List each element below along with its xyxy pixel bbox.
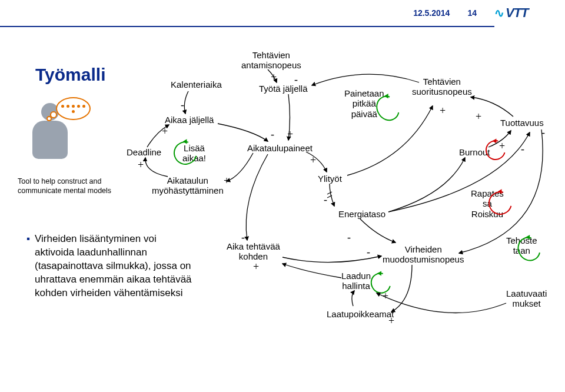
sign-plus: + [388,315,394,327]
sign-minus: - [181,99,184,111]
node-tuottavuus: Tuottavuus [500,118,544,128]
sign-plus: + [224,175,230,187]
sign-minus: - [541,127,545,139]
bullet-marker-icon: ▪ [26,232,30,300]
sign-minus: - [271,128,274,141]
thought-bubble-icon [56,97,91,120]
sign-minus: - [324,194,327,206]
sign-minus: - [521,143,524,155]
pulse-icon: ∿ [494,6,504,20]
node-laadun-hallinta: Laadun hallinta [341,271,371,291]
sign-minus: - [367,246,370,258]
node-tyota-jaljella: Työtä jäljellä [259,84,308,94]
header-date: 12.5.2014 [413,8,450,18]
node-aikataulupaineet: Aikataulupaineet [247,143,313,153]
header-page-number: 14 [467,8,477,18]
slide-header: 12.5.2014 14 ∿ VTT [0,0,565,26]
sign-minus: - [347,231,351,244]
sign-plus: + [476,111,481,123]
node-laatuvaatimukset: Laatuvaati mukset [506,288,547,309]
sign-plus: + [287,128,293,141]
node-aika-tehtavaa-kohden: Aika tehtävää kohden [227,241,280,262]
loop-green-icon [170,137,202,170]
node-laatupoikkeamat: Laatupoikkeamat [327,309,394,319]
sign-plus: + [310,154,316,167]
node-energiataso: Energiataso [338,209,385,219]
node-deadline: Deadline [127,147,161,157]
node-aikataulun-myohastyttaminen: Aikataulun myöhästyttäminen [152,175,224,196]
person-icon [24,100,77,171]
bullet-text: Virheiden lisääntyminen voi aktivoida la… [35,232,197,300]
sign-plus: + [271,71,277,84]
sign-plus: + [162,125,168,138]
header-divider [0,26,494,27]
node-tehtavien-antamisnopeus: Tehtävien antamisnopeus [241,50,301,71]
bullet-block: ▪ Virheiden lisääntyminen voi aktivoida … [26,232,197,300]
node-virheiden-muodostumisnopeus: Virheiden muodostumisnopeus [383,244,464,265]
sign-plus: + [253,261,259,273]
sign-minus: - [241,231,245,244]
sign-plus: + [138,159,144,171]
logo-text: VTT [506,5,529,21]
node-kalenteriaika: Kalenteriaika [171,79,222,89]
node-tehtavien-suoritusnopeus: Tehtävien suoritusnopeus [412,77,472,97]
vtt-logo: ∿ VTT [494,0,553,26]
loop-red-icon [482,137,509,164]
slide-title: Työmalli [35,65,105,85]
sign-plus: + [440,105,446,117]
sign-minus: - [294,74,298,86]
tool-caption: Tool to help construct and communicate m… [18,177,135,196]
node-ylityot: Ylityöt [318,174,342,184]
loop-green-icon [367,269,394,297]
node-aikaa-jaljella: Aikaa jäljellä [165,115,214,125]
